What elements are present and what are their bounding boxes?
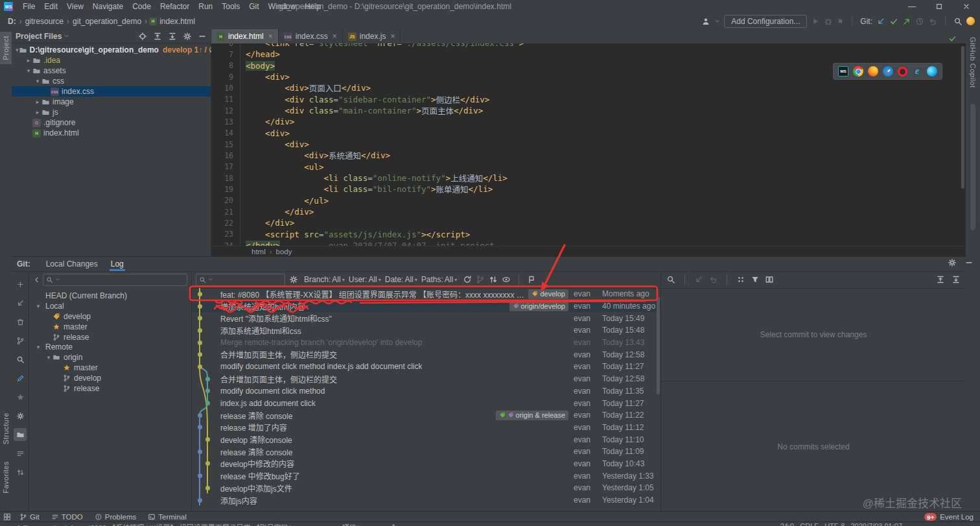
menu-view[interactable]: View [62, 0, 88, 13]
commit-row[interactable]: 增加系统通知的html内容origin/developevan40 minute… [192, 300, 660, 313]
gear-icon[interactable] [183, 32, 192, 41]
editor-breadcrumb-html[interactable]: html [251, 248, 266, 256]
gear-icon[interactable] [948, 258, 957, 267]
menu-git[interactable]: Git [244, 0, 263, 13]
rollback-icon[interactable] [928, 17, 937, 26]
tool-window-button-problems[interactable]: Problems [95, 513, 137, 521]
refresh-icon[interactable] [463, 275, 472, 284]
project-tree-item-index-css[interactable]: cssindex.css [12, 86, 211, 97]
commit-row[interactable]: feat: #8080 【系统管理-XX设置】 组团设置界面展示异常 【账号密码… [192, 288, 660, 300]
chevron-down-icon[interactable] [64, 33, 69, 39]
commit-row[interactable]: Revert "添加系统通知html和css"evanToday 15:49 [192, 312, 660, 324]
git-tab-log[interactable]: Log [104, 257, 130, 271]
minimize-button[interactable]: — [898, 0, 926, 13]
commit-row[interactable]: 合并增加页面主体，侧边栏的提交evanToday 12:58 [192, 348, 660, 361]
notification-icon[interactable] [966, 17, 975, 25]
editor-breadcrumb-body[interactable]: body [276, 248, 292, 256]
expand-all-icon[interactable] [936, 275, 945, 284]
sort-icon[interactable] [489, 275, 498, 284]
chrome-icon[interactable] [853, 66, 863, 77]
git-branch-item-develop[interactable]: develop [29, 311, 191, 322]
project-tree-item-idea[interactable]: ▸.idea [12, 55, 211, 66]
commit-row[interactable]: index.js add document clickevanToday 11:… [192, 397, 660, 409]
tab-index-css[interactable]: cssindex.css× [279, 29, 343, 43]
commit-row[interactable]: 合并增加页面主体，侧边栏的提交evanToday 12:58 [192, 373, 660, 385]
tool-window-project[interactable]: Project [0, 32, 12, 64]
menu-navigate[interactable]: Navigate [88, 0, 128, 13]
run-icon[interactable] [811, 17, 820, 26]
edit-icon[interactable] [14, 372, 27, 385]
show-list-icon[interactable] [14, 447, 27, 460]
search-everywhere-icon[interactable] [953, 17, 962, 26]
tree-chevron-icon[interactable]: ▸ [25, 57, 32, 64]
inspections-ok-icon[interactable] [948, 34, 957, 43]
tree-chevron-icon[interactable]: ▾ [34, 344, 42, 350]
commit-row[interactable]: release 中修改bug好了evanYesterday 1:33 [192, 470, 660, 482]
filter-icon[interactable] [751, 275, 760, 284]
view-options-icon[interactable] [765, 275, 774, 284]
add-icon[interactable] [14, 278, 27, 291]
commit-row[interactable]: release 增加了内容evanToday 11:12 [192, 422, 660, 434]
project-tree-item-assets[interactable]: ▾assets [12, 66, 211, 76]
close-tab-icon[interactable]: × [332, 32, 337, 41]
edge-icon[interactable] [927, 66, 937, 77]
tree-chevron-icon[interactable]: ▸ [34, 99, 41, 105]
breadcrumb-item-gitresource[interactable]: gitresource [24, 17, 65, 26]
expand-all-icon[interactable] [153, 32, 162, 41]
git-branch-item-head-current-branch[interactable]: HEAD (Current Branch) [29, 291, 191, 301]
branch-tag-chip[interactable]: develop [528, 289, 568, 299]
opera-icon[interactable] [898, 67, 907, 77]
tool-window-favorites[interactable]: Favorites [0, 457, 12, 497]
commit-list-scrollbar[interactable] [657, 297, 660, 394]
close-tab-icon[interactable]: × [268, 32, 273, 41]
star-icon[interactable] [14, 390, 27, 403]
project-tree-item-gitignore[interactable]: G.gitignore [12, 117, 211, 128]
git-tab-local-changes[interactable]: Local Changes [40, 257, 104, 271]
go-to-ref-icon[interactable] [527, 275, 536, 284]
editor-scrollbar[interactable] [961, 46, 964, 189]
log-filter-date[interactable]: Date: All▾ [383, 275, 419, 284]
sort-icon[interactable] [14, 466, 27, 479]
event-log-button[interactable]: 9+ Event Log [924, 513, 974, 521]
tool-window-button-terminal[interactable]: Terminal [148, 513, 186, 521]
collapse-pane-icon[interactable] [33, 276, 40, 283]
project-tree-item-js[interactable]: ▸js [12, 107, 211, 117]
search-icon[interactable] [666, 275, 675, 284]
close-button[interactable] [953, 0, 980, 13]
maximize-button[interactable] [926, 0, 953, 13]
commit-row[interactable]: Merge remote-tracking branch 'origin/dev… [192, 337, 660, 349]
delete-icon[interactable] [14, 315, 27, 328]
git-update-icon[interactable] [876, 17, 885, 26]
project-tree-item-image[interactable]: ▸image [12, 97, 211, 107]
collapse-all-icon[interactable] [951, 275, 961, 284]
tab-index-html[interactable]: Hindex.html× [211, 29, 279, 43]
scrollbar[interactable] [970, 104, 975, 230]
git-branch-item-develop[interactable]: develop [29, 373, 191, 383]
git-branch-item-master[interactable]: master [29, 322, 191, 332]
project-tree-item-css[interactable]: ▾css [12, 76, 211, 86]
log-filter-paths[interactable]: Paths: All▾ [419, 275, 459, 284]
git-push-icon[interactable] [902, 17, 911, 26]
menu-tools[interactable]: Tools [217, 0, 244, 13]
preview-eye-icon[interactable] [502, 275, 511, 284]
collapse-all-icon[interactable] [168, 32, 177, 41]
commit-row[interactable]: release 清除 consoleorigin & releaseevanTo… [192, 409, 660, 422]
menu-run[interactable]: Run [194, 0, 217, 13]
project-view-selector[interactable]: Project Files [16, 32, 62, 41]
firefox-icon[interactable] [868, 66, 878, 77]
tree-chevron-icon[interactable]: ▾ [34, 78, 41, 84]
locate-file-icon[interactable] [138, 32, 147, 41]
user-account-icon[interactable] [701, 17, 710, 26]
project-tree-item-index-html[interactable]: Hindex.html [12, 128, 211, 138]
commit-search-input[interactable] [196, 274, 285, 286]
webstorm-icon[interactable]: WS [838, 66, 848, 77]
log-filter-user[interactable]: User: All▾ [347, 275, 383, 284]
project-tree-item-d-gitresource-git-operation-demo[interactable]: ▾D:\gitresource\git_operation_demodevelo… [12, 45, 211, 55]
breadcrumb-item-git-operation-demo[interactable]: git_operation_demo [71, 17, 143, 26]
log-filter-branch[interactable]: Branch: All▾ [302, 275, 347, 284]
git-commit-icon[interactable] [889, 17, 898, 26]
new-branch-icon[interactable] [14, 334, 27, 347]
commit-row[interactable]: release 清除 consoleevanToday 11:09 [192, 446, 660, 458]
find-icon[interactable] [14, 353, 27, 366]
commit-row[interactable]: modify document click methodevanToday 11… [192, 385, 660, 398]
